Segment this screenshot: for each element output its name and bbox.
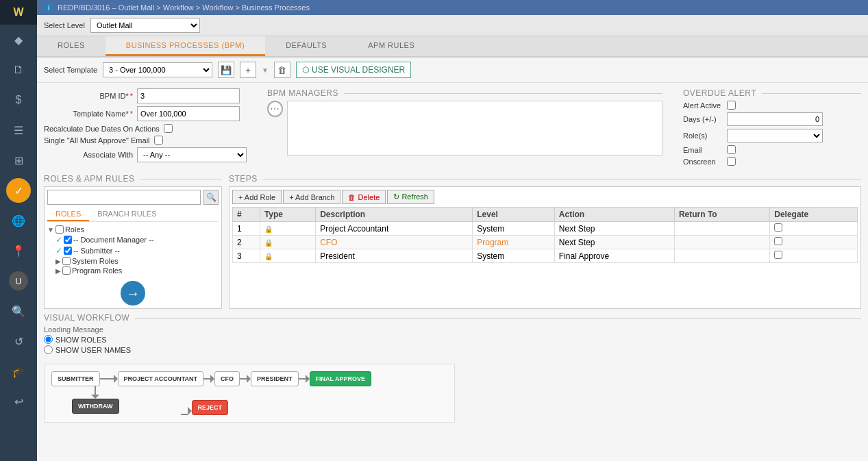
template-select[interactable]: 3 - Over 100,000 1 - Under 10,000 2 - 10… bbox=[103, 62, 212, 77]
sidebar-item-list[interactable]: ☰ bbox=[0, 115, 37, 145]
tab-bpm[interactable]: BUSINESS PROCESSES (BPM) bbox=[106, 36, 265, 56]
add-branch-button[interactable]: + Add Branch bbox=[283, 190, 340, 204]
template-name-input[interactable] bbox=[137, 106, 240, 121]
row3-delegate[interactable] bbox=[770, 249, 858, 263]
checkbox-roles-root[interactable] bbox=[55, 225, 64, 234]
label-system-roles: System Roles bbox=[72, 257, 119, 265]
roles-tree: ▼ Roles ✓ -- Document Manager -- ✓ bbox=[47, 225, 219, 275]
sidebar-item-training[interactable]: 🎓 bbox=[0, 356, 37, 386]
sidebar: W ◆ 🗋 $ ☰ ⊞ ✓ 🌐 📍 U 🔍 ↺ 🎓 ↩ bbox=[0, 0, 37, 461]
sidebar-item-documents[interactable]: 🗋 bbox=[0, 55, 37, 85]
visual-designer-button[interactable]: ⬡ USE VISUAL DESIGNER bbox=[296, 62, 411, 78]
tab-roles[interactable]: ROLES bbox=[37, 36, 106, 56]
visual-icon: ⬡ bbox=[302, 65, 309, 75]
expand-roles[interactable]: ▼ bbox=[47, 226, 54, 234]
bpm-managers-add-button[interactable]: ⋯ bbox=[267, 101, 283, 117]
row3-desc[interactable]: President bbox=[316, 249, 473, 263]
tab-defaults[interactable]: DEFAULTS bbox=[265, 36, 347, 56]
documents-icon: 🗋 bbox=[13, 64, 24, 76]
refresh-button[interactable]: ↻ Refresh bbox=[387, 190, 434, 204]
row2-delegate[interactable] bbox=[770, 236, 858, 249]
mini-tab-roles[interactable]: ROLES bbox=[47, 208, 89, 221]
visual-workflow-section: VISUAL WORKFLOW Loading Message SHOW ROL… bbox=[44, 313, 861, 423]
alert-active-label: Alert Active bbox=[683, 101, 724, 110]
bpm-id-label: BPM ID* bbox=[44, 92, 133, 100]
tree-item-system-roles[interactable]: ▶ System Roles bbox=[55, 256, 219, 266]
list-icon: ☰ bbox=[14, 124, 23, 137]
single-approve-checkbox[interactable] bbox=[154, 136, 163, 145]
recalculate-checkbox[interactable] bbox=[164, 124, 173, 133]
associate-select[interactable]: -- Any -- bbox=[137, 147, 247, 162]
add-button[interactable]: + bbox=[240, 62, 256, 78]
sidebar-item-user[interactable]: U bbox=[0, 266, 37, 296]
sidebar-item-grid[interactable]: ⊞ bbox=[0, 145, 37, 175]
proceed-button[interactable]: → bbox=[121, 281, 145, 306]
associate-label: Associate With bbox=[44, 151, 133, 159]
tab-apm[interactable]: APM RULES bbox=[347, 36, 435, 56]
bpm-managers-list bbox=[287, 101, 662, 155]
show-roles-radio[interactable] bbox=[44, 335, 53, 344]
loading-message: Loading Message bbox=[44, 325, 861, 334]
recalculate-group: Recalculate Due Dates On Actions bbox=[44, 124, 247, 133]
mini-tab-branch-rules[interactable]: BRANCH RULES bbox=[89, 208, 164, 221]
tree-item-doc-manager[interactable]: ✓ -- Document Manager -- bbox=[55, 234, 219, 245]
delegate-checkbox-2[interactable] bbox=[774, 237, 782, 245]
wf-withdraw-section: WITHDRAW bbox=[72, 386, 119, 415]
sidebar-item-location[interactable]: 📍 bbox=[0, 236, 37, 266]
delegate-checkbox-1[interactable] bbox=[774, 223, 782, 232]
days-input[interactable] bbox=[727, 112, 823, 126]
delete-step-button[interactable]: 🗑 Delete bbox=[342, 190, 386, 204]
checkbox-doc-manager[interactable] bbox=[64, 236, 72, 244]
col-return-to: Return To bbox=[674, 208, 769, 222]
add-role-button[interactable]: + Add Role bbox=[232, 190, 282, 204]
tree-item-program-roles[interactable]: ▶ Program Roles bbox=[55, 266, 219, 275]
tree-indent-1: ✓ -- Document Manager -- ✓ -- Submitter … bbox=[47, 234, 219, 275]
single-approve-label: Single "All Must Approve" Email bbox=[44, 136, 150, 145]
bpm-id-input[interactable] bbox=[137, 88, 240, 103]
approve-icon: ✓ bbox=[14, 184, 23, 197]
row1-delegate[interactable] bbox=[770, 222, 858, 236]
bpm-managers-section: BPM MANAGERS ⋯ bbox=[267, 88, 662, 155]
row2-desc[interactable]: CFO bbox=[316, 236, 473, 249]
col-action: Action bbox=[554, 208, 674, 222]
row1-desc[interactable]: Project Accountant bbox=[316, 222, 473, 236]
alert-active-checkbox[interactable] bbox=[727, 101, 736, 110]
finance-icon: $ bbox=[16, 94, 22, 106]
steps-table: # Type Description Level Action Return T… bbox=[232, 207, 858, 263]
steps-section: STEPS + Add Role + Add Branch 🗑 Delete ↻… bbox=[229, 174, 861, 309]
delegate-checkbox-3[interactable] bbox=[774, 251, 782, 259]
onscreen-checkbox[interactable] bbox=[727, 157, 736, 166]
show-usernames-radio[interactable] bbox=[44, 345, 53, 354]
single-approve-group: Single "All Must Approve" Email bbox=[44, 136, 247, 145]
table-row: 2 🔒 CFO Program Next Step bbox=[233, 236, 858, 249]
wf-blank-row: REJECT bbox=[126, 386, 229, 415]
search-input[interactable] bbox=[47, 190, 201, 205]
sidebar-item-global[interactable]: 🌐 bbox=[0, 205, 37, 236]
sidebar-item-dashboard[interactable]: ◆ bbox=[0, 25, 37, 55]
save-button[interactable]: 💾 bbox=[218, 62, 234, 78]
col-description: Description bbox=[316, 208, 473, 222]
row3-action: Final Approve bbox=[554, 249, 674, 263]
checkbox-program-roles[interactable] bbox=[62, 266, 71, 275]
delete-button[interactable]: 🗑 bbox=[274, 62, 290, 78]
lock-icon-2: 🔒 bbox=[264, 239, 273, 247]
email-checkbox[interactable] bbox=[727, 145, 736, 154]
search-button[interactable]: 🔍 bbox=[203, 190, 219, 205]
row1-type: 🔒 bbox=[260, 222, 315, 236]
sidebar-item-logout[interactable]: ↩ bbox=[0, 386, 37, 416]
lock-icon-1: 🔒 bbox=[264, 225, 273, 233]
sidebar-item-finance[interactable]: $ bbox=[0, 85, 37, 115]
tree-item-submitter[interactable]: ✓ -- Submitter -- bbox=[55, 245, 219, 256]
expand-program-roles[interactable]: ▶ bbox=[55, 267, 61, 275]
checkbox-submitter[interactable] bbox=[64, 247, 72, 255]
sidebar-item-approve[interactable]: ✓ bbox=[6, 178, 31, 203]
history-icon: ↺ bbox=[14, 335, 23, 348]
row3-level: System bbox=[473, 249, 555, 263]
expand-system-roles[interactable]: ▶ bbox=[55, 258, 61, 265]
checkbox-system-roles[interactable] bbox=[62, 257, 71, 265]
tree-item-roles-root[interactable]: ▼ Roles bbox=[47, 225, 219, 234]
sidebar-item-history[interactable]: ↺ bbox=[0, 326, 37, 356]
level-select[interactable]: Outlet Mall System Program bbox=[90, 18, 200, 33]
sidebar-item-search[interactable]: 🔍 bbox=[0, 296, 37, 326]
roles-select[interactable] bbox=[727, 129, 823, 142]
